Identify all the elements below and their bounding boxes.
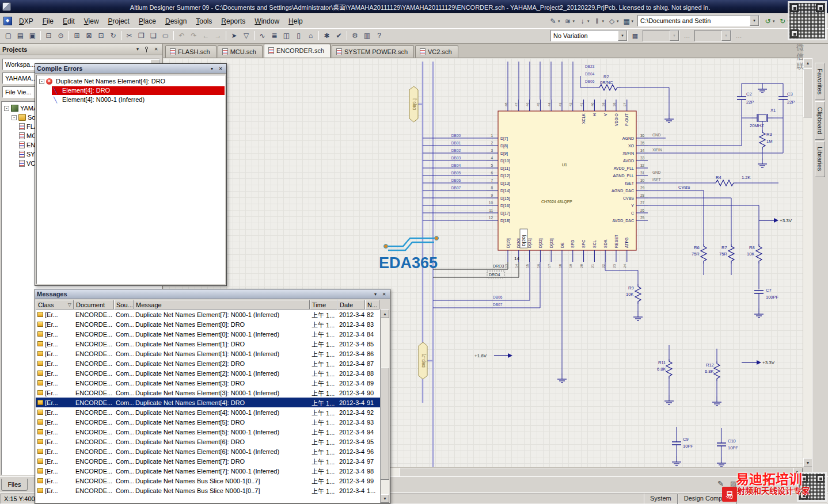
menu-file[interactable]: File	[38, 15, 58, 28]
error-item-row[interactable]: ╲Element[4]: DRO	[37, 86, 225, 95]
print-icon[interactable]: ⊟	[43, 30, 55, 41]
polygon-tools-icon[interactable]: ◇▾	[606, 16, 621, 26]
message-row[interactable]: [Er...ENCORDE...Com...Duplicate Net Name…	[36, 407, 380, 417]
save-document-icon[interactable]: ▣	[26, 30, 39, 41]
variation-combo[interactable]: No Variation ▾	[550, 30, 628, 41]
schematic-vertical-scrollbar[interactable]: ▲ ▼	[803, 58, 812, 467]
move-tools-icon[interactable]: ↓▾	[576, 16, 591, 26]
files-tab[interactable]: Files	[1, 479, 28, 491]
select-area-icon[interactable]: ▭	[159, 30, 172, 41]
pin-icon[interactable]	[143, 45, 151, 53]
menu-reports[interactable]: Reports	[217, 15, 250, 28]
tree-expander-icon[interactable]: -	[12, 115, 17, 120]
message-row[interactable]: [Er...ENCORDE...Com...Duplicate Net Name…	[36, 368, 380, 378]
wiring-tools-icon[interactable]: ✎▾	[547, 16, 562, 26]
zoom-area-icon[interactable]: ⊞	[71, 30, 83, 41]
message-row[interactable]: [Er...ENCORDE...Com...Duplicate Net Name…	[36, 388, 380, 398]
message-row[interactable]: [Er...ENCORDE...Com...Duplicate Net Name…	[36, 378, 380, 388]
message-row[interactable]: [Er...ENCORDE...Com...Duplicate Net Name…	[36, 329, 380, 339]
menu-window[interactable]: Window	[250, 15, 284, 28]
column-header-class[interactable]: Class▽	[36, 300, 74, 310]
messages-close-icon[interactable]: ✕	[380, 291, 388, 298]
copy-icon[interactable]: ❐	[135, 30, 147, 41]
projects-close-icon[interactable]: ✕	[152, 45, 160, 53]
message-row[interactable]: [Er...ENCORDE...Com...Duplicate Net Name…	[36, 310, 380, 319]
message-row[interactable]: [Er...ENCORDE...Com...Duplicate Net Name…	[36, 319, 380, 329]
message-row[interactable]: [Er...ENCORDE...Com...Duplicate Net Name…	[36, 476, 380, 486]
grid-tools-icon[interactable]: ▦▾	[621, 16, 636, 26]
dxp-icon[interactable]	[3, 17, 12, 25]
column-header-document[interactable]: Document	[74, 300, 114, 310]
sidebar-tab-favorites[interactable]: Favorites	[815, 63, 825, 100]
messages-scrollbar[interactable]: ▲ ▼	[380, 310, 389, 503]
cross-probe-previous-icon[interactable]: ↺▾	[762, 16, 777, 26]
new-document-icon[interactable]: ▢	[2, 30, 14, 41]
browse-libraries-icon[interactable]: ▥	[361, 30, 373, 41]
panel-button-system[interactable]: System	[644, 494, 678, 504]
menu-place[interactable]: Place	[134, 15, 161, 28]
tree-expander-icon[interactable]: -	[4, 106, 9, 111]
message-row[interactable]: [Er...ENCORDE...Com...Duplicate Net Name…	[36, 446, 380, 456]
place-wire-icon[interactable]: ∿	[256, 30, 268, 41]
message-row[interactable]: [Er...ENCORDE...Com...Duplicate Net Name…	[36, 486, 380, 495]
validate-project-icon[interactable]: ✔	[333, 30, 345, 41]
message-row[interactable]: [Er...ENCORDE...Com...Duplicate Net Name…	[36, 456, 380, 466]
alignment-tools-icon[interactable]: ≋▾	[562, 16, 577, 26]
column-header-n[interactable]: N...	[365, 300, 379, 310]
cross-probe-icon[interactable]: ➤	[228, 30, 240, 41]
menu-edit[interactable]: Edit	[58, 15, 79, 28]
error-group-row[interactable]: -✕Duplicate Net Names Element[4]: DRO	[37, 77, 225, 86]
paste-icon[interactable]: ❏	[147, 30, 159, 41]
document-path-combo[interactable]: C:\Documents and Settin ▾	[637, 15, 759, 26]
vertical-scroll-thumb[interactable]	[803, 68, 812, 117]
open-document-icon[interactable]: ▤	[14, 30, 26, 41]
place-port-icon[interactable]: ⌂	[305, 30, 317, 41]
message-row[interactable]: [Er...ENCORDE...Com...Duplicate Net Name…	[36, 466, 380, 476]
messages-menu-icon[interactable]: ▾	[371, 291, 379, 298]
messages-scroll-up-icon[interactable]: ▲	[381, 310, 389, 318]
scroll-down-icon[interactable]: ▼	[803, 458, 812, 467]
document-tab-vc2-sch[interactable]: VC2.sch	[415, 45, 458, 58]
message-row[interactable]: [Er...ENCORDE...Com...Duplicate Net Name…	[36, 358, 380, 368]
menu-view[interactable]: View	[79, 15, 104, 28]
compile-errors-close-icon[interactable]: ✕	[217, 65, 225, 72]
message-row[interactable]: [Er...ENCORDE...Com...Duplicate Net Name…	[36, 427, 380, 437]
message-row[interactable]: [Er...ENCORDE...Com...Duplicate Net Name…	[36, 437, 380, 446]
column-header-message[interactable]: Message	[134, 300, 310, 310]
zoom-fit-document-icon[interactable]: ⊠	[83, 30, 95, 41]
sidebar-tab-clipboard[interactable]: Clipboard	[815, 101, 825, 140]
menu-help[interactable]: Help	[284, 15, 307, 28]
menu-project[interactable]: Project	[104, 15, 134, 28]
place-part-icon[interactable]: ◫	[280, 30, 293, 41]
place-bus-icon[interactable]: ≣	[268, 30, 280, 41]
message-row[interactable]: [Er...ENCORDE...Com...Duplicate Net Name…	[36, 398, 380, 407]
column-header-date[interactable]: Date	[337, 300, 365, 310]
compile-project-icon[interactable]: ✱	[321, 30, 333, 41]
message-row[interactable]: [Er...ENCORDE...Com...Duplicate Net Name…	[36, 339, 380, 349]
assembly-variant-icon[interactable]: ▦	[629, 30, 641, 41]
error-item-row[interactable]: ╲Element[4]: N000-1 (Inferred)	[37, 95, 225, 104]
column-header-time[interactable]: Time	[310, 300, 337, 310]
path-combo-dropdown-icon[interactable]: ▾	[750, 16, 759, 26]
menu-design[interactable]: Design	[161, 15, 191, 28]
column-header-sou[interactable]: Sou...	[114, 300, 134, 310]
refresh-view-icon[interactable]: ↻	[107, 30, 119, 41]
document-tab-mcu-sch[interactable]: MCU.sch	[218, 45, 263, 58]
message-row[interactable]: [Er...ENCORDE...Com...Duplicate Net Name…	[36, 417, 380, 427]
zoom-selected-icon[interactable]: ⊡	[95, 30, 107, 41]
menu-tools[interactable]: Tools	[191, 15, 217, 28]
filter-icon[interactable]: ▽	[240, 30, 252, 41]
document-tab-system-power-sch[interactable]: SYSTEM POWER.sch	[332, 45, 414, 58]
messages-scroll-thumb[interactable]	[381, 368, 389, 480]
variation-dropdown-icon[interactable]: ▾	[618, 30, 627, 41]
tree-expander-icon[interactable]: -	[39, 79, 44, 84]
place-net-label-icon[interactable]: ▯	[293, 30, 305, 41]
compile-errors-menu-icon[interactable]: ▾	[208, 65, 216, 72]
print-preview-icon[interactable]: ⊙	[55, 30, 67, 41]
document-options-icon[interactable]: ⚙	[349, 30, 361, 41]
sidebar-tab-libraries[interactable]: Libraries	[815, 141, 825, 177]
messages-title-bar[interactable]: Messages ▾ ✕	[35, 289, 390, 299]
message-row[interactable]: [Er...ENCORDE...Com...Duplicate Net Name…	[36, 349, 380, 358]
help-icon[interactable]: ?	[373, 30, 385, 41]
cut-icon[interactable]: ✂	[123, 30, 135, 41]
